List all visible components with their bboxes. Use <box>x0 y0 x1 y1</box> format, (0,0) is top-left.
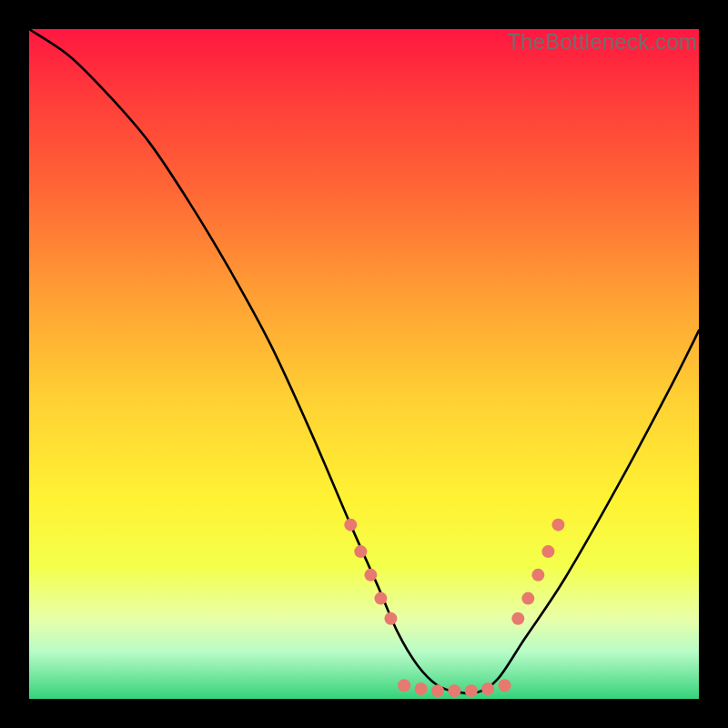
highlight-dot <box>521 592 534 605</box>
highlight-dots <box>344 519 564 698</box>
curve-layer <box>29 29 699 699</box>
highlight-dot <box>431 684 444 697</box>
highlight-dot <box>465 684 478 697</box>
highlight-dot <box>415 682 428 695</box>
bottleneck-curve <box>29 29 699 693</box>
highlight-dot <box>531 569 544 581</box>
highlight-dot <box>481 682 494 695</box>
highlight-dot <box>354 545 367 558</box>
highlight-dot <box>384 612 397 625</box>
highlight-dot <box>398 679 410 692</box>
highlight-dot <box>541 545 554 558</box>
highlight-dot <box>499 679 511 692</box>
highlight-dot <box>448 684 460 697</box>
chart-frame: TheBottleneck.com <box>0 0 728 728</box>
plot-area <box>29 29 699 699</box>
highlight-dot <box>551 519 564 531</box>
highlight-dot <box>344 519 357 531</box>
highlight-dot <box>511 612 524 625</box>
highlight-dot <box>364 569 377 581</box>
watermark-text: TheBottleneck.com <box>507 29 697 55</box>
highlight-dot <box>374 592 387 605</box>
